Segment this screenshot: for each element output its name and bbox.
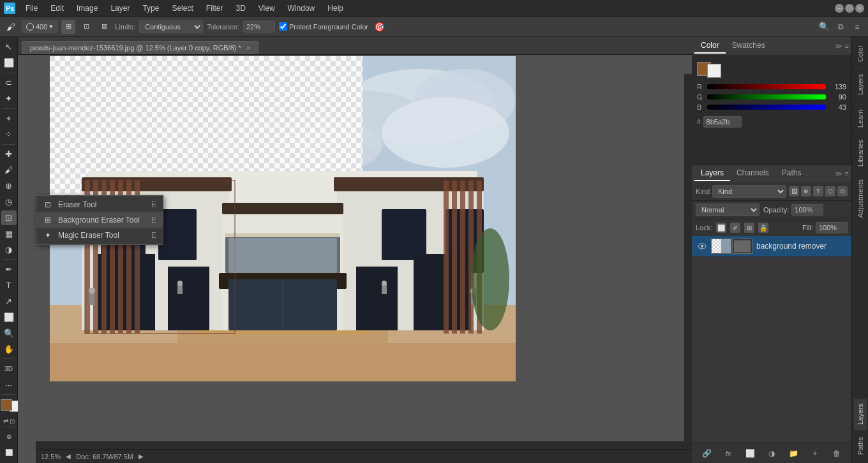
- link-layers-button[interactable]: 🔗: [700, 447, 713, 460]
- menu-view[interactable]: View: [252, 0, 281, 17]
- doc-tab[interactable]: pexels-juan-mendez-1536619.jpg @ 12.5% (…: [22, 41, 258, 54]
- add-mask-button[interactable]: ⬜: [744, 447, 756, 460]
- healing-tool[interactable]: ✚: [1, 147, 17, 162]
- pen-tool[interactable]: ✒: [1, 261, 17, 277]
- menu-file[interactable]: File: [19, 0, 44, 17]
- g-slider[interactable]: [707, 94, 826, 99]
- collapsed-paths-panel[interactable]: Paths: [854, 432, 867, 460]
- fx-button[interactable]: fx: [722, 447, 735, 460]
- r-slider[interactable]: [707, 84, 826, 89]
- vertical-scrollbar[interactable]: [684, 74, 692, 449]
- collapsed-libraries-panel[interactable]: Libraries: [854, 134, 867, 172]
- arrange-icon[interactable]: ⧉: [834, 20, 848, 34]
- menu-type[interactable]: Type: [136, 0, 165, 17]
- scroll-left-icon[interactable]: ◀: [66, 453, 71, 460]
- maximize-button[interactable]: □: [845, 4, 854, 13]
- tab-color[interactable]: Color: [694, 38, 726, 54]
- layer-item[interactable]: background remover: [692, 236, 851, 257]
- fill-input[interactable]: [816, 222, 848, 233]
- protect-fg-checkbox[interactable]: Protect Foreground Color: [279, 22, 368, 31]
- menu-select[interactable]: Select: [165, 0, 199, 17]
- type-filter-icon[interactable]: T: [813, 186, 823, 196]
- screen-mode-btn[interactable]: ⬜: [1, 445, 17, 460]
- menu-image[interactable]: Image: [70, 0, 104, 17]
- menu-3d[interactable]: 3D: [229, 0, 251, 17]
- hex-input[interactable]: [703, 116, 742, 128]
- panel-expand-icon[interactable]: ≫: [835, 42, 842, 50]
- delete-layer-button[interactable]: 🗑: [830, 447, 843, 460]
- history-tool[interactable]: ◷: [1, 195, 17, 210]
- collapsed-layers-panel[interactable]: Layers: [854, 399, 867, 430]
- layer-visibility-toggle[interactable]: [697, 241, 707, 251]
- tab-paths[interactable]: Paths: [775, 166, 808, 181]
- opacity-input[interactable]: [791, 204, 823, 216]
- eraser-tool-option[interactable]: ⊡ Eraser Tool E: [36, 197, 163, 212]
- close-tab-button[interactable]: ×: [246, 44, 250, 52]
- new-group-button[interactable]: 📁: [787, 447, 800, 460]
- fg-color-swatch[interactable]: [1, 399, 12, 411]
- menu-help[interactable]: Help: [321, 0, 350, 17]
- brush-tool[interactable]: 🖌: [1, 163, 17, 178]
- tab-layers[interactable]: Layers: [694, 166, 730, 181]
- layers-expand-icon[interactable]: ≫: [835, 170, 842, 178]
- panel-menu-icon[interactable]: ≡: [845, 42, 849, 50]
- 3d-tool[interactable]: 3D: [1, 361, 17, 376]
- kind-select[interactable]: Kind: [712, 185, 786, 198]
- tab-swatches[interactable]: Swatches: [726, 38, 772, 54]
- bg-color-display[interactable]: [707, 64, 721, 78]
- minimize-button[interactable]: ─: [835, 4, 844, 13]
- target-color-icon[interactable]: 🎯: [372, 20, 386, 34]
- search-icon[interactable]: 🔍: [817, 20, 831, 34]
- path-selection-tool[interactable]: ↗: [1, 293, 17, 309]
- lock-artboard-icon[interactable]: ⊞: [744, 223, 754, 233]
- background-eraser-tool-option[interactable]: ⊞ Background Eraser Tool E: [36, 212, 163, 228]
- mode-icon-1[interactable]: ⊞: [61, 20, 75, 34]
- collapsed-adjustments-panel[interactable]: Adjustments: [854, 173, 867, 223]
- zoom-tool[interactable]: 🔍: [1, 325, 17, 341]
- reset-colors-icon[interactable]: ⊡: [10, 418, 15, 425]
- collapsed-swatches-panel[interactable]: Layers: [854, 68, 867, 100]
- scroll-right-icon[interactable]: ▶: [138, 453, 144, 460]
- mask-mode-btn[interactable]: ⊚: [1, 429, 17, 445]
- dodge-tool[interactable]: ◑: [1, 242, 17, 257]
- adjustment-filter-icon[interactable]: ⊕: [801, 186, 811, 196]
- menu-edit[interactable]: Edit: [44, 0, 70, 17]
- workspace-icon[interactable]: ≡: [850, 20, 864, 34]
- gradient-tool[interactable]: ▦: [1, 226, 17, 241]
- swap-colors-icon[interactable]: ⇄: [3, 418, 8, 425]
- close-button[interactable]: ×: [855, 4, 864, 13]
- hand-tool[interactable]: ✋: [1, 341, 17, 356]
- selection-tool[interactable]: ⬜: [1, 55, 17, 71]
- extra-tool[interactable]: ···: [1, 377, 17, 392]
- shape-tool[interactable]: ⬜: [1, 309, 17, 325]
- layers-menu-icon[interactable]: ≡: [845, 170, 849, 178]
- limits-select[interactable]: Contiguous Discontiguous Find Edges: [139, 20, 203, 33]
- lock-all-icon[interactable]: 🔒: [758, 223, 768, 233]
- brush-preset-button[interactable]: 400 ▾: [22, 20, 57, 33]
- shape-filter-icon[interactable]: ⬡: [825, 186, 835, 196]
- type-tool[interactable]: T: [1, 277, 17, 293]
- move-tool[interactable]: ↖: [1, 40, 17, 55]
- crop-tool[interactable]: ⌖: [1, 111, 17, 126]
- mode-icon-3[interactable]: ⊠: [97, 20, 111, 34]
- lock-pixel-icon[interactable]: ⬜: [716, 223, 726, 233]
- smart-filter-icon[interactable]: ⊙: [837, 186, 848, 196]
- clone-tool[interactable]: ⊕: [1, 179, 17, 194]
- menu-filter[interactable]: Filter: [200, 0, 230, 17]
- add-adjustment-button[interactable]: ◑: [765, 447, 778, 460]
- blend-mode-select[interactable]: Normal Multiply Screen Overlay: [696, 203, 760, 216]
- tab-channels[interactable]: Channels: [730, 166, 775, 181]
- menu-window[interactable]: Window: [281, 0, 322, 17]
- b-slider[interactable]: [707, 105, 826, 110]
- pixel-filter-icon[interactable]: 🖼: [789, 186, 799, 196]
- lock-position-icon[interactable]: ✐: [730, 223, 740, 233]
- collapsed-learn-panel[interactable]: Learn: [854, 104, 867, 133]
- mode-icon-2[interactable]: ⊡: [79, 20, 93, 34]
- eraser-tool[interactable]: ⊡: [1, 210, 17, 226]
- new-layer-button[interactable]: +: [809, 447, 821, 460]
- magic-wand-tool[interactable]: ✦: [1, 91, 17, 107]
- tolerance-input[interactable]: [243, 21, 275, 33]
- lasso-tool[interactable]: ⊂: [1, 75, 17, 91]
- magic-eraser-tool-option[interactable]: ✦ Magic Eraser Tool E: [36, 228, 163, 243]
- collapsed-color-panel[interactable]: Color: [854, 40, 867, 67]
